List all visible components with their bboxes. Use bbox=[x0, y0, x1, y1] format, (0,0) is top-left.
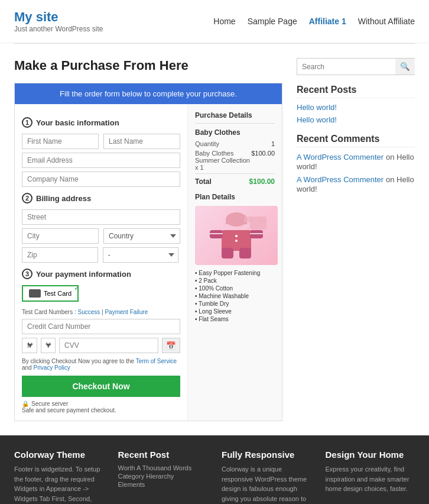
section3-label: Your payment information bbox=[36, 270, 131, 279]
commenter-2-link[interactable]: A WordPress Commenter bbox=[297, 175, 384, 184]
section1-header: 1 Your basic information bbox=[22, 117, 180, 128]
feature-3: 100% Cotton bbox=[195, 285, 275, 292]
svg-rect-12 bbox=[244, 217, 252, 222]
recent-posts-section: Recent Posts Hello world! Hello world! bbox=[297, 85, 415, 124]
card-payment-button[interactable]: Test Card ✓ bbox=[22, 285, 79, 302]
email-input[interactable] bbox=[22, 153, 180, 168]
street-input[interactable] bbox=[22, 209, 180, 225]
svg-rect-3 bbox=[210, 230, 223, 238]
feature-4: Machine Washable bbox=[195, 293, 275, 299]
footer-col-4: Design Your Home Express your creativity… bbox=[326, 450, 415, 504]
nav-without-affiliate[interactable]: Without Affiliate bbox=[358, 17, 415, 26]
recent-post-1[interactable]: Hello world! bbox=[297, 103, 415, 112]
secure-label: Secure server bbox=[31, 400, 68, 407]
svg-rect-13 bbox=[258, 217, 266, 222]
privacy-policy-link[interactable]: Privacy Policy bbox=[33, 364, 70, 371]
footer-main: Colorway Theme Footer is widgetized. To … bbox=[0, 435, 429, 504]
content-area: Make a Purchase From Here Fill the order… bbox=[14, 58, 282, 421]
footer-col-3: Fully Responsive Colorway is a unique re… bbox=[222, 450, 311, 504]
recent-post-2[interactable]: Hello world! bbox=[297, 115, 415, 124]
svg-point-8 bbox=[235, 240, 238, 242]
card-number-input[interactable] bbox=[22, 319, 180, 334]
section3-header: 3 Your payment information bbox=[22, 269, 180, 279]
failure-link[interactable]: Payment Failure bbox=[105, 309, 148, 315]
recent-comments-title: Recent Comments bbox=[297, 134, 415, 147]
search-button[interactable]: 🔍 bbox=[395, 59, 415, 75]
terms-prefix: By clicking Checkout Now you agree to th… bbox=[22, 358, 134, 364]
baby-clothes-image bbox=[195, 206, 278, 265]
nav-sample-page[interactable]: Sample Page bbox=[248, 17, 297, 26]
baby-clothes-svg bbox=[198, 208, 275, 264]
terms-of-service-link[interactable]: Term of Service bbox=[136, 358, 177, 364]
test-card-label: Test Card Numbers : bbox=[22, 309, 76, 315]
svg-rect-4 bbox=[250, 230, 263, 238]
search-input[interactable] bbox=[297, 59, 395, 75]
city-input[interactable] bbox=[22, 228, 99, 244]
calendar-button[interactable]: 📅 bbox=[162, 338, 180, 353]
footer-col1-title: Colorway Theme bbox=[14, 450, 104, 460]
item-label: Baby Clothes Summer Collection x 1 bbox=[195, 150, 251, 171]
year-select[interactable]: Year bbox=[41, 338, 56, 353]
total-label: Total bbox=[195, 177, 212, 186]
footer-col4-title: Design Your Home bbox=[326, 450, 415, 460]
commenter-1-link[interactable]: A WordPress Commenter bbox=[297, 153, 384, 161]
svg-rect-1 bbox=[226, 219, 247, 224]
footer-link-1[interactable]: Worth A Thousand Words bbox=[118, 464, 208, 471]
site-branding: My site Just another WordPress site bbox=[14, 9, 103, 33]
purchase-details-title: Purchase Details bbox=[195, 111, 275, 124]
cvv-input[interactable] bbox=[59, 338, 158, 353]
section2-number: 2 bbox=[22, 193, 32, 203]
lock-icon: 🔒 bbox=[22, 400, 29, 407]
order-form-body: 1 Your basic information bbox=[15, 104, 282, 421]
quantity-label: Quantity bbox=[195, 140, 219, 147]
secure-server: 🔒 Secure server bbox=[22, 400, 180, 407]
last-name-input[interactable] bbox=[103, 134, 180, 149]
order-form-left: 1 Your basic information bbox=[15, 104, 187, 421]
item-row: Baby Clothes Summer Collection x 1 $100.… bbox=[195, 150, 275, 171]
footer-link-2[interactable]: Category Hierarchy bbox=[118, 473, 208, 480]
checkmark-icon: ✓ bbox=[74, 284, 80, 292]
nav-affiliate1[interactable]: Affiliate 1 bbox=[309, 17, 346, 26]
order-form-container: Fill the order form below to complete yo… bbox=[14, 83, 282, 421]
state-select[interactable]: - bbox=[103, 247, 179, 263]
item-price: $100.00 bbox=[251, 150, 275, 171]
footer-col3-text: Colorway is a unique responsive WordPres… bbox=[222, 464, 311, 504]
footer-col-1: Colorway Theme Footer is widgetized. To … bbox=[14, 450, 104, 504]
checkout-button[interactable]: Checkout Now bbox=[22, 376, 180, 397]
footer-col3-title: Fully Responsive bbox=[222, 450, 311, 460]
feature-1: Easy Popper Fastening bbox=[195, 270, 275, 276]
first-name-input[interactable] bbox=[22, 134, 99, 149]
month-select[interactable]: Month bbox=[22, 338, 37, 353]
success-link[interactable]: Success bbox=[77, 309, 100, 315]
section1-number: 1 bbox=[22, 117, 32, 128]
footer-col1-text: Footer is widgetized. To setup the foote… bbox=[14, 464, 104, 504]
comment-1: A WordPress Commenter on Hello world! bbox=[297, 152, 415, 171]
order-form-header: Fill the order form below to complete yo… bbox=[15, 83, 282, 104]
city-country-row: Country bbox=[22, 228, 180, 244]
nav-home[interactable]: Home bbox=[213, 17, 235, 26]
total-price: $100.00 bbox=[249, 177, 275, 186]
cvv-row: Month Year 📅 bbox=[22, 338, 180, 353]
country-select[interactable]: Country bbox=[103, 228, 180, 244]
section3-number: 3 bbox=[22, 269, 32, 279]
footer-link-3[interactable]: Elements bbox=[118, 481, 208, 488]
site-title: My site bbox=[14, 9, 103, 25]
svg-rect-6 bbox=[239, 248, 251, 259]
test-card-numbers: Test Card Numbers : Success | Payment Fa… bbox=[22, 309, 180, 315]
terms-and: and bbox=[22, 364, 33, 371]
recent-posts-title: Recent Posts bbox=[297, 85, 415, 98]
site-tagline: Just another WordPress site bbox=[14, 25, 103, 33]
plan-details-title: Plan Details bbox=[195, 193, 275, 201]
zip-input[interactable] bbox=[22, 247, 98, 263]
feature-2: 2 Pack bbox=[195, 277, 275, 284]
email-row bbox=[22, 153, 180, 168]
section1-label: Your basic information bbox=[36, 118, 119, 127]
section2-label: Billing address bbox=[36, 194, 91, 203]
main-container: Make a Purchase From Here Fill the order… bbox=[0, 44, 429, 435]
page-title: Make a Purchase From Here bbox=[14, 58, 282, 73]
company-input[interactable] bbox=[22, 172, 180, 187]
svg-point-7 bbox=[235, 235, 238, 237]
street-row bbox=[22, 209, 180, 225]
features-list: Easy Popper Fastening 2 Pack 100% Cotton… bbox=[195, 270, 275, 322]
footer-col-2: Recent Post Worth A Thousand Words Categ… bbox=[118, 450, 208, 504]
